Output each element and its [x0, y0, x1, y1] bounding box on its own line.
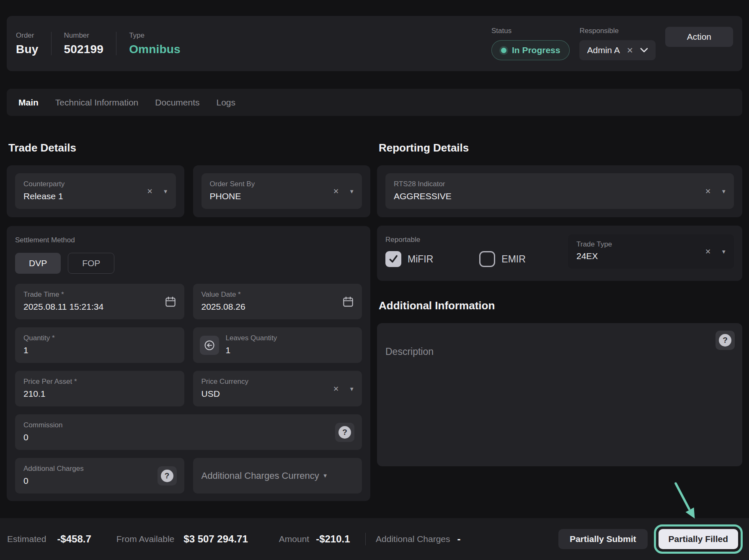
copy-left-arrow-icon[interactable]	[200, 336, 219, 355]
order-label: Order	[16, 31, 39, 40]
price-currency-value: USD	[201, 388, 354, 400]
price-currency-select[interactable]: Price Currency USD ✕ ▼	[193, 371, 362, 406]
additional-information-title: Additional Information	[379, 299, 742, 312]
emir-label: EMIR	[501, 254, 526, 265]
type-value: Omnibus	[129, 43, 181, 56]
quantity-field[interactable]: Quantity * 1	[15, 327, 184, 363]
dropdown-icon[interactable]: ▼	[721, 188, 726, 194]
help-icon[interactable]: ?	[715, 331, 735, 350]
settlement-option-dvp[interactable]: DVP	[15, 253, 61, 274]
tab-documents[interactable]: Documents	[155, 98, 199, 108]
leaves-quantity-field[interactable]: Leaves Quantity 1	[193, 327, 362, 363]
partially-filled-button[interactable]: Partially Filled	[659, 529, 738, 549]
footer-additional-charges-label: Additional Charges	[376, 534, 450, 544]
quantity-value: 1	[23, 344, 176, 356]
tab-logs[interactable]: Logs	[217, 98, 236, 108]
tab-main[interactable]: Main	[18, 98, 39, 108]
footer-buttons: Partially Submit Partially Filled	[558, 524, 743, 554]
trade-time-field[interactable]: Trade Time * 2025.08.11 15:21:34	[15, 284, 184, 319]
calendar-icon[interactable]	[342, 295, 354, 308]
action-group: Action	[665, 27, 733, 60]
help-icon[interactable]: ?	[335, 423, 354, 442]
additional-charges-field[interactable]: Additional Charges 0 ?	[15, 458, 184, 493]
tab-technical-information[interactable]: Technical Information	[55, 98, 138, 108]
footer-additional-charges-value: -	[457, 533, 461, 545]
tab-bar: Main Technical Information Documents Log…	[7, 89, 742, 116]
order-type: Type Omnibus	[129, 31, 181, 56]
clear-icon[interactable]: ✕	[705, 188, 711, 195]
header-divider	[116, 32, 116, 55]
dropdown-icon[interactable]: ▼	[721, 249, 726, 254]
dropdown-icon[interactable]: ▼	[163, 188, 168, 194]
header-divider	[51, 32, 52, 55]
leaves-quantity-label: Leaves Quantity	[226, 334, 277, 342]
commission-field[interactable]: Commission 0 ?	[15, 414, 362, 450]
trade-time-label: Trade Time *	[23, 290, 176, 299]
status-label: Status	[491, 27, 570, 35]
main-content: Trade Details Counterparty Release 1 ✕ ▼…	[7, 141, 742, 501]
mifir-label: MiFIR	[408, 254, 433, 265]
number-label: Number	[64, 31, 104, 40]
reportable-card: Reportable MiFIR EMIR Trade Type 24EX ✕ …	[377, 226, 742, 281]
status-dot-icon	[501, 48, 506, 53]
reporting-details-section: Reporting Details RTS28 Indicator AGGRES…	[377, 141, 742, 466]
responsible-select[interactable]: Admin A ✕	[579, 40, 655, 60]
dropdown-icon[interactable]: ▼	[323, 473, 328, 478]
summary-footer: Estimated -$458.7 From Available $3 507 …	[0, 518, 749, 560]
type-label: Type	[129, 31, 181, 40]
partially-submit-button[interactable]: Partially Submit	[558, 529, 648, 549]
clear-icon[interactable]: ✕	[333, 385, 339, 392]
action-button[interactable]: Action	[665, 27, 733, 47]
price-per-asset-field[interactable]: Price Per Asset * 210.1	[15, 371, 184, 406]
rts28-indicator-value: AGGRESSIVE	[394, 190, 726, 202]
order-sent-by-card: Order Sent By PHONE ✕ ▼	[193, 165, 371, 217]
responsible-value: Admin A	[587, 45, 620, 55]
clear-icon[interactable]: ✕	[627, 46, 633, 54]
footer-divider	[365, 533, 366, 545]
value-date-label: Value Date *	[201, 290, 354, 299]
calendar-icon[interactable]	[164, 295, 177, 308]
price-per-asset-value: 210.1	[23, 388, 176, 400]
trade-type-select[interactable]: Trade Type 24EX ✕ ▼	[568, 234, 734, 269]
mifir-checkbox[interactable]	[385, 251, 401, 267]
rts28-card: RTS28 Indicator AGGRESSIVE ✕ ▼	[377, 165, 742, 217]
emir-checkbox[interactable]	[479, 251, 495, 267]
order-sent-by-value: PHONE	[210, 190, 354, 202]
trade-details-title: Trade Details	[8, 141, 370, 154]
order-page: Order Buy Number 502199 Type Omnibus Sta…	[0, 0, 749, 560]
value-date-field[interactable]: Value Date * 2025.08.26	[193, 284, 362, 319]
status-value: In Progress	[512, 45, 560, 55]
estimated-label: Estimated	[7, 534, 46, 544]
header-right: Status In Progress Responsible Admin A ✕…	[491, 27, 733, 60]
clear-icon[interactable]: ✕	[333, 188, 339, 195]
status-group: Status In Progress	[491, 27, 570, 60]
trade-type-label: Trade Type	[576, 240, 726, 249]
order-sent-by-select[interactable]: Order Sent By PHONE ✕ ▼	[201, 173, 362, 209]
dropdown-icon[interactable]: ▼	[349, 188, 354, 194]
clear-icon[interactable]: ✕	[147, 188, 152, 195]
price-currency-label: Price Currency	[201, 378, 354, 386]
trade-time-value: 2025.08.11 15:21:34	[23, 301, 176, 313]
description-card: Description ?	[377, 323, 742, 466]
rts28-indicator-select[interactable]: RTS28 Indicator AGGRESSIVE ✕ ▼	[385, 173, 734, 209]
additional-charges-value: 0	[23, 475, 176, 487]
chevron-down-icon[interactable]	[640, 48, 648, 53]
help-icon[interactable]: ?	[158, 466, 177, 486]
settlement-option-fop[interactable]: FOP	[68, 253, 114, 274]
clear-icon[interactable]: ✕	[705, 248, 711, 255]
trade-type-value: 24EX	[576, 250, 726, 262]
dropdown-icon[interactable]: ▼	[349, 386, 354, 391]
annotation-arrow-icon	[672, 481, 701, 523]
settlement-method-label: Settlement Method	[15, 236, 362, 244]
amount-label: Amount	[279, 534, 309, 544]
additional-charges-label: Additional Charges	[23, 465, 176, 473]
rts28-indicator-label: RTS28 Indicator	[394, 180, 726, 188]
counterparty-select[interactable]: Counterparty Release 1 ✕ ▼	[15, 173, 176, 209]
from-available-label: From Available	[116, 534, 175, 544]
quantity-label: Quantity *	[23, 334, 176, 342]
description-input[interactable]: Description	[385, 346, 734, 357]
value-date-value: 2025.08.26	[201, 301, 354, 313]
counterparty-label: Counterparty	[23, 180, 168, 188]
settlement-method-toggle: DVP FOP	[15, 253, 362, 274]
additional-charges-currency-select[interactable]: Additional Charges Currency ▼	[193, 458, 362, 493]
